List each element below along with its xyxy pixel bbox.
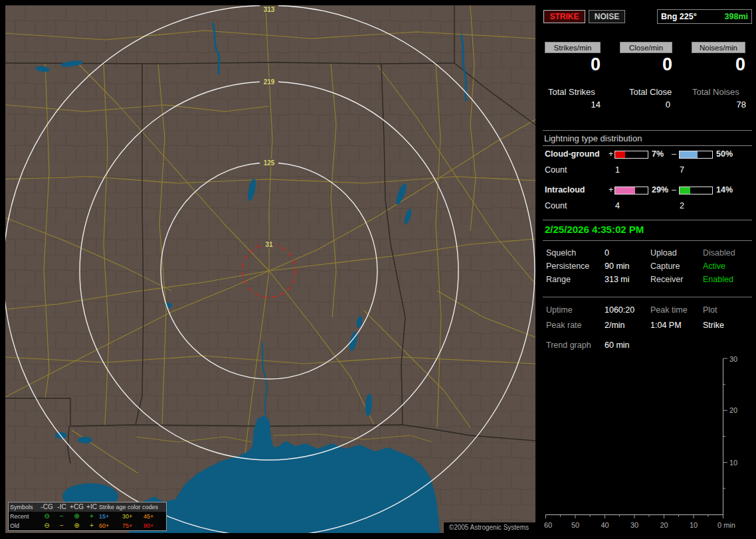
legend-header-row: Symbols -CG -IC +CG +IC Strike age color… [9, 502, 166, 512]
trend-graph: 30 20 10 60 50 40 30 20 10 0 min [545, 356, 753, 537]
distribution-title: Lightning type distribution [543, 133, 752, 146]
total-close-label: Total Close [629, 87, 672, 97]
peak-rate-value: 2/min [605, 321, 625, 330]
persistence-label: Persistence [546, 262, 589, 271]
ic-plus-count: 4 [615, 201, 620, 210]
noises-per-min-chip[interactable]: Noises/min [692, 42, 745, 53]
x-tick-30: 30 [630, 521, 638, 529]
range-value: 313 mi [605, 275, 630, 284]
peak-time-value: 1:04 PM [650, 321, 682, 330]
persistence-value: 90 min [605, 262, 630, 271]
y-tick-30: 30 [729, 355, 737, 363]
cg-minus-sign: – [672, 149, 676, 159]
upload-status: Disabled [703, 248, 735, 258]
strikes-per-min-chip[interactable]: Strikes/min [545, 42, 601, 53]
ring-label-219: 219 [264, 78, 275, 86]
strike-mode-button[interactable]: STRIKE [543, 10, 585, 23]
x-tick-zero: 0 min [717, 521, 735, 529]
cg-minus-bar [679, 151, 713, 159]
divider [543, 220, 752, 220]
x-tick-50: 50 [571, 521, 579, 529]
intracloud-label: Intracloud [545, 185, 585, 194]
age-code-15: 15+ [99, 513, 122, 520]
ic-plus-bar [614, 187, 648, 194]
ic-minus-bar-fill [680, 187, 690, 194]
legend-recent-row: Recent ⊖ − ⊕ + 15+ 30+ 45+ [9, 512, 166, 521]
total-strikes-label: Total Strikes [548, 87, 595, 97]
legend-col-pos-cg: +CG [69, 504, 84, 510]
trend-x-labels: 60 50 40 30 20 10 0 min [544, 521, 735, 529]
trend-y-labels: 30 20 10 [729, 355, 737, 467]
circle-plus-icon: ⊕ [69, 513, 84, 520]
plot-value: Strike [703, 321, 724, 330]
capture-status: Active [703, 262, 725, 271]
peak-time-label: Peak time [650, 305, 688, 315]
trend-axes [545, 358, 723, 515]
age-code-45: 45+ [143, 513, 163, 520]
y-tick-10: 10 [729, 459, 737, 467]
legend-old-label: Old [10, 522, 39, 529]
ic-minus-bar [679, 187, 713, 194]
noise-mode-button[interactable]: NOISE [589, 10, 625, 23]
trend-graph-label: Trend graph [546, 341, 591, 350]
legend-col-neg-cg: -CG [39, 504, 54, 510]
circle-plus-icon: ⊕ [69, 522, 84, 529]
trend-graph-window: 60 min [605, 341, 630, 350]
divider [543, 297, 752, 297]
cg-minus-count: 7 [680, 165, 684, 175]
minus-icon: − [54, 522, 69, 529]
cloud-ground-label: Cloud-ground [545, 149, 600, 159]
bearing-readout: Bng 225° 398mi [657, 9, 752, 24]
trend-ticks [546, 358, 728, 518]
noises-per-min-value: 0 [692, 54, 745, 74]
cg-minus-percent: 50% [716, 149, 733, 159]
legend-col-pos-ic: +IC [84, 504, 99, 510]
ic-plus-sign: + [609, 185, 613, 194]
total-noises-label: Total Noises [692, 87, 739, 97]
bearing-label: Bng 225° [661, 12, 697, 21]
uptime-value: 1060:20 [605, 305, 634, 315]
ic-minus-sign: – [672, 185, 676, 194]
ring-label-313: 313 [264, 6, 275, 13]
ring-label-125: 125 [264, 159, 275, 167]
squelch-value: 0 [605, 248, 609, 258]
x-tick-40: 40 [601, 521, 609, 529]
cg-plus-sign: + [609, 149, 613, 159]
total-close-value: 0 [629, 100, 670, 110]
upload-label: Upload [650, 248, 677, 258]
map-legend: Symbols -CG -IC +CG +IC Strike age color… [8, 502, 167, 531]
peak-rate-label: Peak rate [546, 321, 582, 330]
plus-icon: + [84, 513, 99, 520]
age-code-30: 30+ [122, 513, 143, 520]
strike-map[interactable]: 313 219 125 31 Symbols -CG -IC +CG +IC S… [5, 5, 535, 533]
cg-plus-percent: 7% [652, 149, 664, 159]
legend-col-neg-ic: -IC [54, 504, 69, 510]
minus-icon: − [54, 513, 69, 520]
ic-count-label: Count [545, 201, 567, 210]
cg-minus-bar-fill [680, 151, 698, 158]
y-tick-20: 20 [729, 406, 737, 414]
total-noises-value: 78 [692, 100, 746, 110]
legend-symbols-header: Symbols [10, 504, 39, 510]
legend-recent-label: Recent [10, 513, 39, 520]
legend-age-header: Strike age color codes [99, 504, 163, 510]
cg-count-label: Count [545, 165, 567, 175]
age-code-90: 90+ [143, 522, 163, 529]
status-panel: STRIKE NOISE Bng 225° 398mi Strikes/min … [540, 0, 756, 539]
current-datetime: 2/25/2026 4:35:02 PM [545, 224, 644, 235]
ic-plus-bar-fill [615, 187, 635, 194]
close-per-min-value: 0 [620, 54, 672, 74]
ring-label-31: 31 [265, 241, 273, 248]
x-tick-20: 20 [660, 521, 668, 529]
divider [543, 130, 752, 131]
legend-old-row: Old ⊖ − ⊕ + 60+ 75+ 90+ [9, 521, 166, 530]
age-code-60: 60+ [99, 522, 122, 529]
bearing-distance: 398mi [725, 12, 748, 21]
age-code-75: 75+ [122, 522, 143, 529]
close-per-min-chip[interactable]: Close/min [620, 42, 672, 53]
ic-minus-percent: 14% [716, 185, 733, 194]
uptime-label: Uptime [546, 305, 573, 315]
cg-plus-bar-fill [615, 151, 625, 158]
squelch-label: Squelch [546, 248, 576, 258]
map-svg[interactable]: 313 219 125 31 [5, 5, 535, 533]
